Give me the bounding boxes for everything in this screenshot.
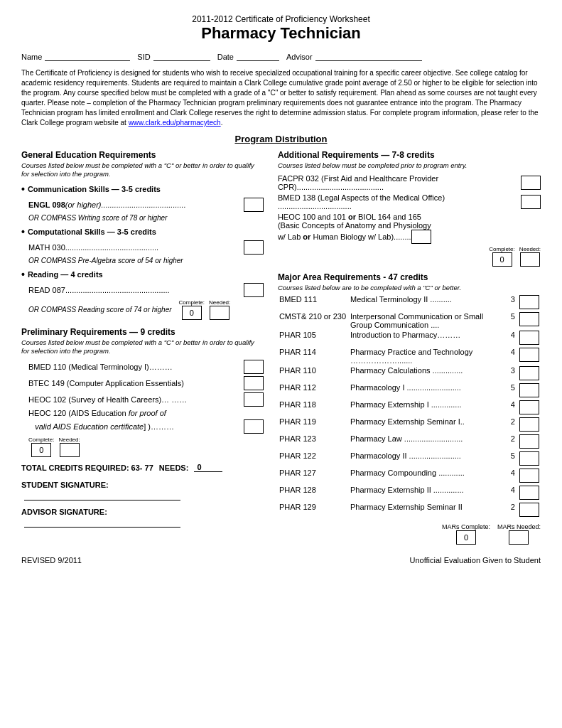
course-description: Pharmacy Calculations .............. xyxy=(347,365,509,382)
course-input[interactable] xyxy=(519,400,539,414)
course-description: Pharmacology II ........................ xyxy=(347,451,509,468)
total-credits-label: TOTAL CREDITS REQUIRED: 63- 77 xyxy=(21,464,153,472)
unofficial-label: Unofficial Evaluation Given to Student xyxy=(410,556,541,564)
course-input[interactable] xyxy=(519,331,539,345)
table-row: PHAR 127 Pharmacy Compounding ..........… xyxy=(278,468,541,485)
course-number: PHAR 110 xyxy=(278,365,347,382)
date-label: Date xyxy=(217,53,234,61)
major-section: Major Area Requirements - 47 credits Cou… xyxy=(278,272,541,545)
course-number: PHAR 119 xyxy=(278,417,347,434)
website-link[interactable]: www.clark.edu/pharmacytech xyxy=(129,119,221,127)
reading-needed-box[interactable] xyxy=(210,306,229,320)
advisor-field[interactable] xyxy=(315,50,422,61)
page-title: Pharmacy Technician xyxy=(21,24,541,43)
course-credits: 4 xyxy=(509,400,518,417)
or-compass-reading: OR COMPASS Reading score of 74 or higher xyxy=(28,306,172,314)
add-needed-box[interactable] xyxy=(520,252,540,267)
course-number: PHAR 128 xyxy=(278,485,347,502)
table-row: PHAR 114 Pharmacy Practice and Technolog… xyxy=(278,347,541,365)
add-complete-needed: Complete: 0 Needed: xyxy=(278,246,541,267)
course-input[interactable] xyxy=(519,312,539,326)
course-credits: 2 xyxy=(509,417,518,434)
table-row: PHAR 123 Pharmacy Law ..................… xyxy=(278,434,541,451)
read-input[interactable] xyxy=(244,283,264,297)
mars-needed-box[interactable] xyxy=(509,530,529,545)
course-input[interactable] xyxy=(519,348,539,362)
btec149-input[interactable] xyxy=(244,376,264,390)
prelim-complete-box[interactable]: 0 xyxy=(31,443,51,457)
course-input[interactable] xyxy=(519,434,539,449)
table-row: PHAR 112 Pharmacology I ................… xyxy=(278,382,541,400)
subtitle: 2011-2012 Certificate of Proficiency Wor… xyxy=(21,14,541,24)
heoc120-input[interactable] xyxy=(244,419,264,434)
needs-value[interactable]: 0 xyxy=(194,463,222,472)
prelim-subtext: Courses listed below must be completed w… xyxy=(21,338,264,356)
facpr-input[interactable] xyxy=(521,176,541,190)
course-description: Pharmacology I ......................... xyxy=(347,382,509,400)
course-input[interactable] xyxy=(519,295,539,309)
bmed110-line: BMED 110 (Medical Terminology I)……… xyxy=(28,360,264,374)
mars-needed-label: MARs Needed: xyxy=(497,523,541,530)
name-field[interactable] xyxy=(45,50,130,61)
course-description: Pharmacy Practice and Technology ……………….… xyxy=(347,347,509,365)
course-input-cell xyxy=(518,434,541,451)
table-row: PHAR 129 Pharmacy Externship Seminar II … xyxy=(278,502,541,519)
advisor-sig-field[interactable] xyxy=(24,516,180,528)
student-sig-field[interactable] xyxy=(24,489,180,500)
engl-input[interactable] xyxy=(244,198,264,212)
bmed110-name: BMED 110 (Medical Terminology I)……… xyxy=(28,363,244,371)
comp-skills-bullet: Computational Skills — 3-5 credits xyxy=(21,226,264,237)
advisor-label: Advisor xyxy=(286,53,313,61)
course-credits: 2 xyxy=(509,502,518,519)
btec149-name: BTEC 149 (Computer Application Essential… xyxy=(28,379,244,387)
course-input[interactable] xyxy=(519,383,539,397)
prelim-needed-label: Needed: xyxy=(58,437,80,443)
facpr-line: FACPR 032 (First Aid and Healthcare Prov… xyxy=(278,174,541,191)
right-column: Additional Requirements — 7-8 credits Co… xyxy=(271,150,541,545)
major-heading: Major Area Requirements - 47 credits xyxy=(278,272,541,282)
course-input-cell xyxy=(518,451,541,468)
math-input[interactable] xyxy=(244,240,264,255)
heoc102-input[interactable] xyxy=(244,392,264,407)
course-input-cell xyxy=(518,485,541,502)
course-number: BMED 111 xyxy=(278,294,347,311)
engl-course-name: ENGL 098(or higher).....................… xyxy=(28,200,244,209)
add-complete-box[interactable]: 0 xyxy=(492,252,512,267)
name-label: Name xyxy=(21,53,42,61)
course-input[interactable] xyxy=(519,366,539,380)
needs-label: NEEDS: xyxy=(159,464,189,472)
mars-complete-box[interactable]: 0 xyxy=(456,530,476,545)
heoc-text: HEOC 100 and 101 or BIOL 164 and 165 xyxy=(278,213,421,221)
prelim-needed-box[interactable] xyxy=(60,443,80,457)
course-description: Pharmacy Compounding ............ xyxy=(347,468,509,485)
facpr-name: FACPR 032 (First Aid and Healthcare Prov… xyxy=(278,174,521,191)
course-description: Pharmacy Externship Seminar II xyxy=(347,502,509,519)
revised-label: REVISED 9/2011 xyxy=(21,556,82,564)
page-header: 2011-2012 Certificate of Proficiency Wor… xyxy=(21,14,541,43)
math-course-name: MATH 030................................… xyxy=(28,243,244,252)
course-number: PHAR 127 xyxy=(278,468,347,485)
date-field[interactable] xyxy=(237,50,279,61)
course-description: Introduction to Pharmacy……… xyxy=(347,330,509,347)
course-input[interactable] xyxy=(519,451,539,466)
heoc102-name: HEOC 102 (Survey of Health Careers)… …… xyxy=(28,395,244,404)
reading-complete-box[interactable]: 0 xyxy=(182,306,202,320)
course-input-cell xyxy=(518,311,541,330)
sid-field[interactable] xyxy=(153,50,210,61)
mars-complete-label: MARs Complete: xyxy=(442,523,490,530)
bmed138-input[interactable] xyxy=(521,195,541,209)
btec149-line: BTEC 149 (Computer Application Essential… xyxy=(28,376,264,390)
heoc120-line2: valid AIDS Education certificate] )……… xyxy=(28,419,264,434)
course-input[interactable] xyxy=(519,469,539,483)
gen-ed-subtext: Courses listed below must be completed w… xyxy=(21,161,264,179)
course-input[interactable] xyxy=(519,503,539,517)
heoc-input[interactable] xyxy=(411,230,431,244)
bmed110-input[interactable] xyxy=(244,360,264,374)
heoc120-name2: valid AIDS Education certificate] )……… xyxy=(28,422,244,431)
program-distribution-title: Program Distribution xyxy=(21,134,541,144)
course-input[interactable] xyxy=(519,486,539,500)
course-input-cell xyxy=(518,382,541,400)
course-input-cell xyxy=(518,330,541,347)
course-input[interactable] xyxy=(519,417,539,432)
course-credits: 4 xyxy=(509,347,518,365)
